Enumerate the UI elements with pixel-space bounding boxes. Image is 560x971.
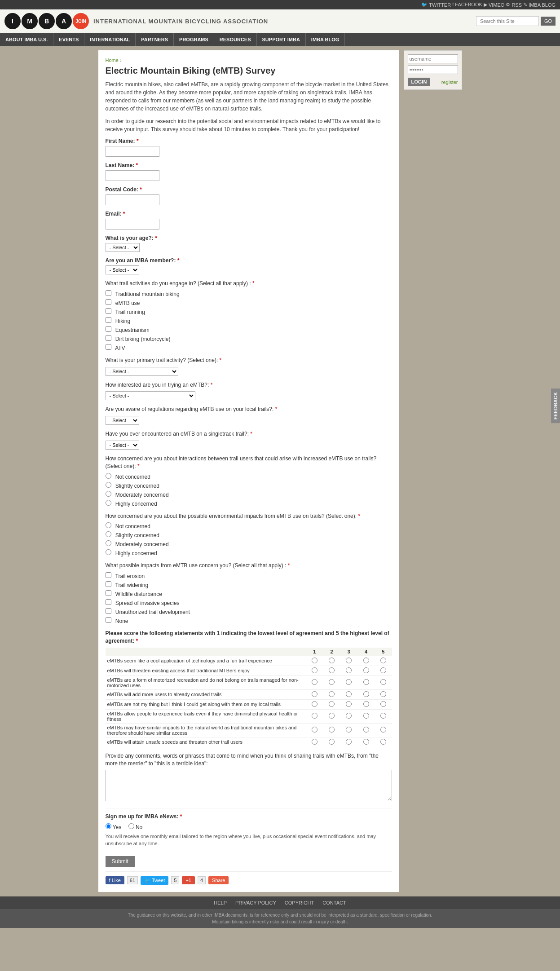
rating-radio-cell[interactable] [340, 689, 357, 699]
rating-radio-cell[interactable] [340, 656, 357, 666]
activity-emtb[interactable]: eMTB use [106, 299, 392, 306]
nav-partners[interactable]: PARTNERS [136, 33, 174, 46]
rating-radio-cell[interactable] [306, 737, 323, 747]
tweet-button[interactable]: 🐦 Tweet [141, 876, 168, 885]
checkbox-widening[interactable] [106, 581, 111, 587]
env-not-concerned[interactable]: Not concerned [106, 522, 392, 530]
activity-traditional[interactable]: Traditional mountain biking [106, 290, 392, 297]
comments-textarea[interactable] [106, 770, 392, 801]
breadcrumb-home[interactable]: Home [106, 57, 119, 63]
impact-none[interactable]: None [106, 617, 392, 624]
submit-button[interactable]: Submit [106, 856, 135, 867]
activity-hiking[interactable]: Hiking [106, 317, 392, 324]
rating-radio-cell[interactable] [357, 699, 375, 709]
search-input[interactable] [476, 16, 539, 26]
radio-rating-0-1[interactable] [312, 658, 317, 663]
activity-atv[interactable]: ATV [106, 344, 392, 351]
radio-rating-2-4[interactable] [363, 679, 369, 685]
checkbox-erosion[interactable] [106, 572, 111, 578]
checkbox-traditional[interactable] [106, 290, 111, 296]
rating-radio-cell[interactable] [357, 709, 375, 723]
last-name-input[interactable] [106, 170, 159, 181]
radio-env-slightly[interactable] [106, 531, 111, 537]
radio-rating-7-1[interactable] [312, 739, 317, 745]
primary-activity-select[interactable]: - Select - Traditional mountain biking e… [106, 367, 178, 376]
rating-radio-cell[interactable] [357, 689, 375, 699]
radio-rating-4-3[interactable] [346, 701, 352, 707]
radio-rating-2-3[interactable] [346, 679, 352, 685]
checkbox-hiking[interactable] [106, 317, 111, 323]
radio-rating-6-4[interactable] [363, 727, 369, 733]
rating-radio-cell[interactable] [323, 709, 340, 723]
rating-radio-cell[interactable] [323, 723, 340, 737]
interaction-highly[interactable]: Highly concerned [106, 500, 392, 507]
radio-rating-3-4[interactable] [363, 691, 369, 697]
radio-rating-1-2[interactable] [329, 667, 335, 673]
facebook-link[interactable]: f FACEBOOK [452, 2, 482, 7]
radio-rating-4-1[interactable] [312, 701, 317, 707]
rating-radio-cell[interactable] [357, 737, 375, 747]
age-select[interactable]: - Select - Under 18 18-24 25-34 35-44 45… [106, 243, 140, 252]
radio-rating-5-5[interactable] [380, 713, 386, 719]
checkbox-trail-running[interactable] [106, 308, 111, 314]
checkbox-invasive[interactable] [106, 599, 111, 605]
radio-rating-5-2[interactable] [329, 713, 335, 719]
env-moderately[interactable]: Moderately concerned [106, 540, 392, 547]
rating-radio-cell[interactable] [375, 675, 392, 689]
rating-radio-cell[interactable] [323, 675, 340, 689]
radio-rating-1-3[interactable] [346, 667, 352, 673]
nav-about[interactable]: ABOUT IMBA U.S. [0, 33, 53, 46]
radio-rating-5-1[interactable] [312, 713, 317, 719]
rating-radio-cell[interactable] [340, 709, 357, 723]
checkbox-dirt-biking[interactable] [106, 335, 111, 341]
enews-yes-label[interactable]: Yes [106, 824, 123, 830]
rating-radio-cell[interactable] [323, 666, 340, 675]
radio-rating-2-1[interactable] [312, 679, 317, 685]
radio-rating-1-1[interactable] [312, 667, 317, 673]
nav-blog[interactable]: IMBA BLOG [306, 33, 345, 46]
radio-rating-3-1[interactable] [312, 691, 317, 697]
radio-env-not-concerned[interactable] [106, 522, 111, 528]
feedback-tab[interactable]: FEEDBACK [551, 388, 560, 423]
password-input[interactable] [408, 65, 458, 74]
radio-rating-7-4[interactable] [363, 739, 369, 745]
radio-interaction-slightly[interactable] [106, 482, 111, 488]
radio-rating-0-5[interactable] [380, 658, 386, 663]
radio-rating-3-5[interactable] [380, 691, 386, 697]
join-button[interactable]: JOIN [73, 13, 89, 29]
radio-rating-0-3[interactable] [346, 658, 352, 663]
checkbox-wildlife[interactable] [106, 590, 111, 596]
rating-radio-cell[interactable] [375, 656, 392, 666]
rss-link[interactable]: ⚙ RSS [506, 2, 522, 8]
rating-radio-cell[interactable] [357, 656, 375, 666]
interested-select[interactable]: - Select - Very interested Somewhat inte… [106, 391, 195, 400]
checkbox-none[interactable] [106, 617, 111, 623]
member-select[interactable]: - Select - Yes No [106, 265, 139, 274]
radio-rating-4-5[interactable] [380, 701, 386, 707]
gplus-button[interactable]: +1 [182, 876, 195, 884]
rating-radio-cell[interactable] [340, 699, 357, 709]
twitter-link[interactable]: 🐦 TWITTER [421, 2, 451, 8]
register-link[interactable]: register [441, 79, 458, 85]
env-highly[interactable]: Highly concerned [106, 549, 392, 556]
radio-rating-7-2[interactable] [329, 739, 335, 745]
nav-programs[interactable]: PROGRAMS [174, 33, 214, 46]
nav-resources[interactable]: RESOURCES [214, 33, 257, 46]
rating-radio-cell[interactable] [323, 737, 340, 747]
rating-radio-cell[interactable] [375, 689, 392, 699]
rating-radio-cell[interactable] [323, 656, 340, 666]
email-input[interactable] [106, 219, 159, 230]
impact-wildlife[interactable]: Wildlife disturbance [106, 590, 392, 597]
radio-rating-2-2[interactable] [329, 679, 335, 685]
rating-radio-cell[interactable] [375, 699, 392, 709]
radio-interaction-moderately[interactable] [106, 491, 111, 497]
rating-radio-cell[interactable] [340, 675, 357, 689]
vimeo-link[interactable]: ▶ VIMEO [484, 2, 504, 8]
radio-rating-5-3[interactable] [346, 713, 352, 719]
interaction-slightly[interactable]: Slightly concerned [106, 482, 392, 489]
encountered-select[interactable]: - Select - Yes No [106, 441, 139, 450]
impact-widening[interactable]: Trail widening [106, 581, 392, 588]
enews-no-radio[interactable] [128, 823, 134, 829]
enews-yes-radio[interactable] [106, 823, 111, 829]
nav-international[interactable]: INTERNATIONAL [84, 33, 136, 46]
